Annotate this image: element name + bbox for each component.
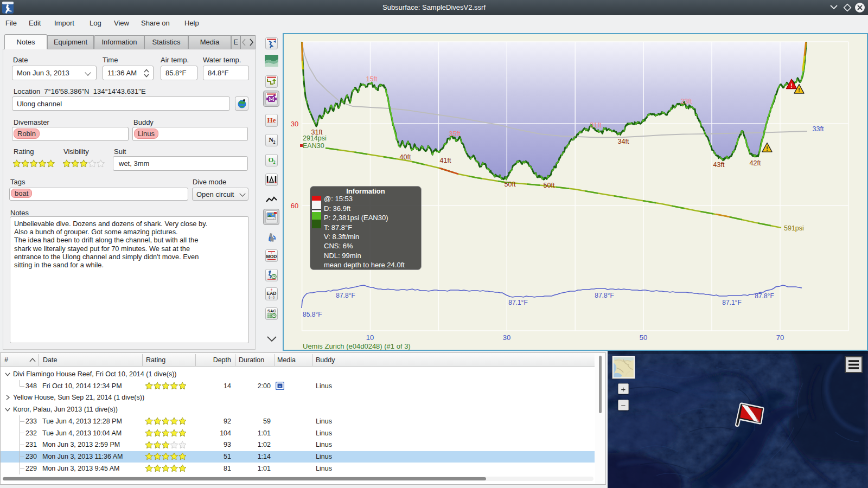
svg-text:MOD: MOD bbox=[266, 254, 277, 259]
svg-text:(...): (...) bbox=[269, 295, 275, 299]
svg-text:2: 2 bbox=[273, 140, 276, 145]
svg-text:2: 2 bbox=[273, 160, 276, 165]
svg-text:!: ! bbox=[790, 83, 792, 89]
svg-text:!: ! bbox=[798, 87, 800, 93]
svg-text:!: ! bbox=[766, 146, 768, 152]
svg-text:SAC: SAC bbox=[267, 309, 276, 313]
svg-text:He: He bbox=[267, 116, 276, 124]
